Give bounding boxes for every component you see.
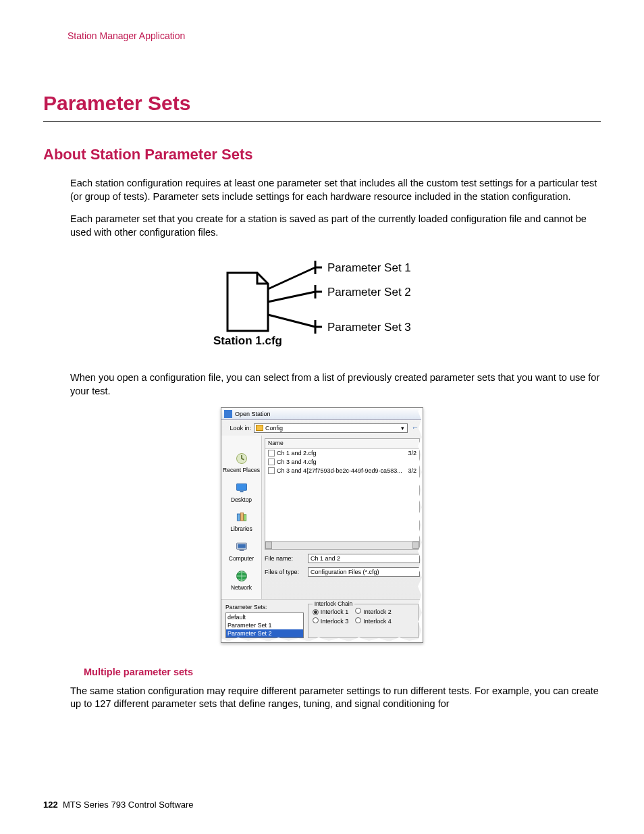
footer-doc-title: MTS Series 793 Control Software (63, 800, 194, 810)
parameter-sets-listbox[interactable]: default Parameter Set 1 Parameter Set 2 (225, 613, 304, 638)
file-type-dropdown[interactable]: Configuration Files (*.cfg) (308, 567, 420, 577)
diagram-cfg-label: Station 1.cfg (213, 334, 282, 347)
subsection-title: About Station Parameter Sets (43, 145, 601, 165)
file-date: 3/2 (405, 467, 417, 475)
file-name: Ch 3 and 4.cfg (277, 458, 317, 466)
file-name-label: File name: (265, 554, 308, 563)
places-bar: Recent Places Desktop Libraries Computer (221, 436, 262, 598)
svg-line-2 (268, 315, 315, 327)
places-desktop-label: Desktop (231, 496, 252, 503)
caption-multiple-parameter-sets: Multiple parameter sets (84, 666, 601, 679)
recent-places-icon (234, 452, 249, 465)
places-computer[interactable]: Computer (221, 540, 261, 563)
computer-icon (234, 540, 249, 554)
file-name: Ch 1 and 2.cfg (277, 449, 317, 457)
horizontal-scrollbar[interactable] (265, 541, 419, 549)
open-station-dialog: Open Station Look in: Config ▾ ← Recent … (221, 407, 423, 643)
places-libraries-label: Libraries (230, 525, 252, 532)
file-list-row[interactable]: Ch 3 and 4.cfg (265, 458, 419, 467)
page-footer: 122 MTS Series 793 Control Software (43, 799, 194, 811)
interlock-label: Interlock 2 (363, 608, 392, 615)
scroll-thumb-right[interactable] (412, 542, 419, 549)
file-name: Ch 3 and 4{27f7593d-be2c-449f-9ed9-ca583… (277, 467, 402, 475)
radio-icon (355, 608, 361, 614)
interlock-radio-4[interactable]: Interlock 4 (355, 617, 392, 625)
parameter-set-item-selected[interactable]: Parameter Set 2 (226, 629, 303, 637)
network-icon (234, 569, 249, 583)
libraries-icon (234, 511, 249, 524)
svg-line-1 (268, 292, 315, 302)
lookin-value: Config (265, 424, 283, 432)
body-paragraph: The same station configuration may requi… (70, 685, 601, 711)
page-number: 122 (43, 800, 58, 810)
diagram-ps3-label: Parameter Set 3 (327, 321, 411, 334)
places-network-label: Network (231, 584, 252, 591)
file-date: 3/2 (405, 449, 417, 457)
diagram-parameter-sets: Station 1.cfg Parameter Set 1 Parameter … (207, 257, 437, 351)
svg-rect-10 (240, 513, 243, 521)
places-network[interactable]: Network (221, 569, 261, 592)
parameter-sets-label: Parameter Sets: (225, 604, 304, 611)
svg-rect-9 (237, 514, 240, 521)
interlock-radio-1[interactable]: Interlock 1 (313, 608, 349, 616)
dialog-title: Open Station (235, 410, 271, 418)
dialog-titlebar[interactable]: Open Station (221, 408, 423, 420)
body-paragraph: When you open a configuration file, you … (70, 371, 601, 398)
interlock-chain-group: Interlock Chain Interlock 1 Interlock 2 … (308, 604, 419, 638)
file-list-row[interactable]: Ch 3 and 4{27f7593d-be2c-449f-9ed9-ca583… (265, 467, 419, 475)
back-arrow-icon[interactable]: ← (410, 423, 420, 433)
parameter-set-item[interactable]: default (226, 613, 303, 621)
svg-rect-11 (244, 515, 246, 521)
lookin-dropdown[interactable]: Config ▾ (254, 423, 408, 433)
places-computer-label: Computer (229, 555, 254, 562)
interlock-label: Interlock 1 (321, 608, 349, 615)
parameter-set-item[interactable]: Parameter Set 1 (226, 621, 303, 629)
interlock-chain-legend: Interlock Chain (313, 600, 355, 608)
radio-icon (313, 609, 319, 615)
interlock-radio-2[interactable]: Interlock 2 (355, 608, 392, 616)
places-desktop[interactable]: Desktop (221, 481, 261, 504)
places-recent[interactable]: Recent Places (221, 452, 261, 474)
body-paragraph: Each station configuration requires at l… (70, 177, 601, 203)
app-icon (224, 410, 232, 418)
svg-rect-8 (240, 491, 243, 492)
interlock-label: Interlock 4 (363, 618, 392, 625)
scroll-thumb-left[interactable] (265, 542, 272, 549)
radio-icon (313, 617, 319, 623)
file-list[interactable]: Name Ch 1 and 2.cfg 3/2 Ch 3 and 4.cfg (265, 438, 420, 550)
radio-icon (355, 617, 361, 623)
interlock-label: Interlock 3 (321, 618, 349, 625)
file-list-row[interactable]: Ch 1 and 2.cfg 3/2 (265, 449, 419, 458)
svg-rect-13 (238, 544, 246, 548)
section-title: Parameter Sets (43, 90, 601, 122)
file-icon (268, 450, 275, 457)
places-recent-label: Recent Places (223, 467, 260, 473)
file-name-input[interactable]: Ch 1 and 2 (308, 554, 420, 563)
body-paragraph: Each parameter set that you create for a… (70, 213, 601, 239)
file-list-header-name[interactable]: Name (265, 439, 419, 448)
file-type-value: Configuration Files (*.cfg) (311, 568, 379, 576)
lookin-label: Look in: (224, 424, 254, 432)
interlock-radio-3[interactable]: Interlock 3 (313, 617, 349, 625)
diagram-ps1-label: Parameter Set 1 (327, 261, 411, 274)
desktop-icon (234, 481, 249, 495)
file-icon (268, 467, 275, 474)
svg-rect-14 (239, 550, 244, 551)
running-head: Station Manager Application (68, 30, 601, 43)
folder-icon (256, 425, 263, 431)
file-icon (268, 459, 275, 465)
file-name-value: Ch 1 and 2 (311, 554, 340, 563)
diagram-ps2-label: Parameter Set 2 (327, 286, 411, 298)
chevron-down-icon[interactable]: ▾ (399, 424, 406, 432)
svg-line-0 (268, 267, 315, 289)
file-type-label: Files of type: (265, 568, 308, 576)
svg-rect-7 (236, 484, 246, 490)
places-libraries[interactable]: Libraries (221, 511, 261, 533)
